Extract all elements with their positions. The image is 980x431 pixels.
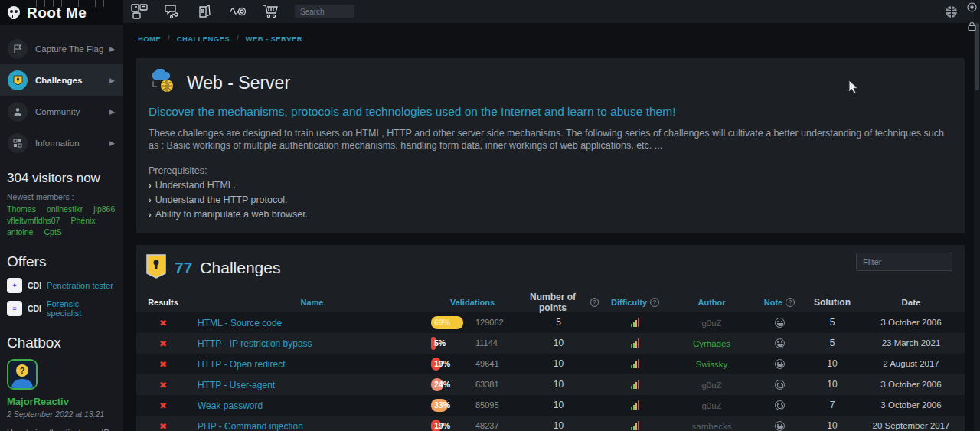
chat-username-link[interactable]: MajorReactiv xyxy=(7,396,69,407)
prerequisites-label: Prerequisites: xyxy=(149,165,952,176)
logo[interactable]: Root Me xyxy=(0,0,122,25)
breadcrumb-web-server[interactable]: WEB - SERVER xyxy=(246,34,302,43)
author-link[interactable]: g0uZ xyxy=(701,380,721,390)
search-input[interactable] xyxy=(295,5,354,18)
member-link[interactable]: jlp866 xyxy=(93,204,115,214)
not-validated-icon: ✖ xyxy=(159,359,167,370)
validation-count: 11144 xyxy=(475,338,498,348)
column-solution[interactable]: Solution xyxy=(807,297,858,308)
challenge-link[interactable]: HTTP - User-agent xyxy=(198,380,275,390)
chat-timestamp: 2 September 2022 at 13:21 xyxy=(7,410,122,419)
lock-icon[interactable] xyxy=(967,21,977,34)
table-row: ✖ HTTP - User-agent 24% 63381 10 g0uZ 10… xyxy=(136,374,965,395)
member-link[interactable]: antoine xyxy=(7,227,33,237)
breadcrumb-home[interactable]: HOME xyxy=(138,34,161,43)
bullet-icon: › xyxy=(149,210,152,219)
sidebar-item-information[interactable]: Information ▶ xyxy=(0,127,122,158)
chat-message-line: How to i authenticate my IP ? xyxy=(7,426,116,431)
difficulty-icon xyxy=(631,380,639,389)
solution-count: 10 xyxy=(807,420,858,431)
activity-icon[interactable] xyxy=(229,3,247,20)
challenge-link[interactable]: Weak password xyxy=(198,400,263,411)
date-value: 3 October 2006 xyxy=(858,318,965,327)
difficulty-icon xyxy=(631,338,639,348)
validation-percent-badge: 69% xyxy=(431,316,469,329)
member-link[interactable]: Phénix xyxy=(70,216,95,225)
offer-type: CDI xyxy=(28,281,41,290)
table-row: ✖ HTTP - Open redirect 19% 49641 10 Swis… xyxy=(136,354,965,374)
note-emoji xyxy=(775,400,785,410)
offer-link[interactable]: Forensic specialist xyxy=(47,299,116,318)
author-link[interactable]: g0uZ xyxy=(701,318,721,328)
sidebar-item-capture-the-flag[interactable]: Capture The Flag ▶ xyxy=(0,33,122,64)
challenges-title: Challenges xyxy=(200,259,280,277)
validation-percent-badge: 19% xyxy=(431,358,469,371)
table-row: ✖ PHP - Command injection 19% 48237 10 s… xyxy=(136,416,965,431)
sidebar-item-community[interactable]: Community ▶ xyxy=(0,96,122,127)
breadcrumb-separator: / xyxy=(237,34,239,42)
offer-link[interactable]: Penetration tester xyxy=(47,281,113,290)
column-note[interactable]: Note? xyxy=(752,298,807,307)
note-emoji xyxy=(775,380,785,390)
sidebar-item-label: Community xyxy=(35,107,109,116)
target-icon[interactable] xyxy=(967,2,977,15)
member-link[interactable]: onlinestlkr xyxy=(47,204,83,214)
scrollbar xyxy=(974,0,980,431)
date-value: 20 September 2017 xyxy=(858,421,965,430)
help-icon[interactable]: ? xyxy=(650,298,659,307)
not-validated-icon: ✖ xyxy=(159,318,167,328)
member-link[interactable]: vfleltvmfldhs07 xyxy=(7,216,60,225)
breadcrumb: HOME / CHALLENGES / WEB - SERVER xyxy=(122,28,980,49)
author-link[interactable]: Swissky xyxy=(696,360,728,369)
map-icon[interactable] xyxy=(130,3,149,20)
validation-count: 49641 xyxy=(475,359,499,368)
help-icon[interactable]: ? xyxy=(590,298,599,307)
not-validated-icon: ✖ xyxy=(159,338,167,349)
author-link[interactable]: Cyrhades xyxy=(693,339,730,348)
column-date[interactable]: Date xyxy=(858,298,965,307)
column-author[interactable]: Author xyxy=(671,298,752,307)
challenge-link[interactable]: PHP - Command injection xyxy=(198,421,303,431)
avatar[interactable]: ? xyxy=(7,359,38,390)
column-validations[interactable]: Validations xyxy=(426,298,518,307)
column-name[interactable]: Name xyxy=(190,298,426,307)
chevron-right-icon: ▶ xyxy=(109,45,115,53)
author-link[interactable]: g0uZ xyxy=(701,401,721,410)
challenge-link[interactable]: HTTP - IP restriction bypass xyxy=(198,338,312,349)
not-validated-icon: ✖ xyxy=(159,421,167,431)
sidebar-menu: Capture The Flag ▶ Challenges ▶ Communit… xyxy=(0,25,122,158)
docs-icon[interactable] xyxy=(196,3,214,20)
cart-icon[interactable] xyxy=(262,3,280,20)
solution-count: 7 xyxy=(807,400,858,410)
challenge-link[interactable]: HTML - Source code xyxy=(198,318,282,328)
sidebar-item-label: Challenges xyxy=(35,76,109,85)
member-link[interactable]: Thomas xyxy=(7,204,36,214)
sidebar-item-challenges[interactable]: Challenges ▶ xyxy=(0,64,122,96)
ctf-icon xyxy=(8,39,28,59)
offers-title: Offers xyxy=(7,253,116,270)
prerequisite-item: ›Understand HTML. xyxy=(149,180,952,191)
challenges-table: Results Name Validations Number of point… xyxy=(136,292,965,431)
not-validated-icon: ✖ xyxy=(159,380,167,390)
category-description: These challenges are designed to train u… xyxy=(149,127,952,152)
breadcrumb-challenges[interactable]: CHALLENGES xyxy=(177,34,230,43)
forum-icon[interactable] xyxy=(163,3,181,20)
challenge-link[interactable]: HTTP - Open redirect xyxy=(198,359,285,370)
column-points[interactable]: Number of points? xyxy=(518,292,599,313)
community-icon xyxy=(8,102,28,122)
column-results[interactable]: Results xyxy=(136,298,190,307)
globe-icon[interactable] xyxy=(942,3,960,20)
points-value: 10 xyxy=(518,358,599,369)
challenge-count: 77 xyxy=(175,259,192,277)
newest-members-list: Thomas onlinestlkr jlp866 vfleltvmfldhs0… xyxy=(7,204,116,237)
author-link[interactable]: sambecks xyxy=(692,422,732,431)
category-card: Web - Server Discover the mechanisms, pr… xyxy=(136,58,965,233)
help-icon[interactable]: ? xyxy=(786,298,795,307)
column-difficulty[interactable]: Difficulty? xyxy=(599,298,671,307)
filter-input[interactable] xyxy=(856,253,952,271)
svg-text:?: ? xyxy=(20,366,25,375)
member-link[interactable]: CptS xyxy=(44,227,61,237)
solution-count: 5 xyxy=(807,317,858,328)
points-value: 5 xyxy=(518,317,599,328)
validation-count: 48237 xyxy=(475,421,499,430)
